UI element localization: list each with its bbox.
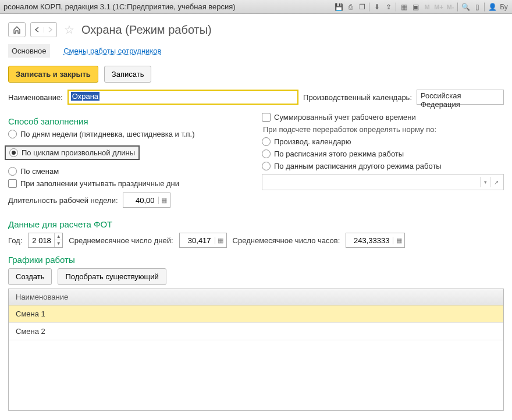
radio-overtime-other[interactable]: По данным расписания другого режима рабо… — [262, 162, 504, 170]
titlebar-text: рсоналом КОРП, редакция 3.1 (1С:Предприя… — [3, 2, 236, 11]
action-buttons: Записать и закрыть Записать — [8, 66, 504, 83]
calendar-picker-icon[interactable]: ▦ — [393, 237, 404, 244]
check-label: При заполнении учитывать праздничные дни — [20, 179, 179, 188]
radio-icon — [8, 130, 17, 138]
check-holidays[interactable]: При заполнении учитывать праздничные дни — [8, 179, 250, 188]
avg-days-field[interactable]: ▦ — [179, 233, 227, 248]
calendar-picker-icon[interactable]: ▦ — [158, 197, 170, 204]
label-avg-hours: Среднемесячное число часов: — [233, 236, 340, 245]
avg-hours-input[interactable] — [346, 235, 393, 246]
label-calendar: Производственный календарь: — [303, 93, 412, 102]
upload-icon[interactable]: ⇪ — [384, 2, 393, 12]
radio-label: По сменам — [20, 167, 59, 176]
home-icon — [13, 26, 21, 34]
nav-back-forward[interactable] — [30, 22, 57, 37]
radio-label: Производ. календарю — [274, 137, 351, 146]
checkbox-icon — [8, 179, 17, 188]
copy-icon[interactable]: ❐ — [357, 2, 367, 12]
week-length-field[interactable]: ▦ — [123, 193, 170, 208]
table-header-name[interactable]: Наименование — [9, 289, 503, 305]
calendar-input[interactable]: Российская Федерация — [417, 90, 504, 105]
radio-icon — [8, 167, 17, 176]
avg-days-input[interactable] — [180, 235, 215, 246]
table-row[interactable]: Смена 2 — [9, 323, 503, 340]
avg-hours-field[interactable]: ▦ — [346, 233, 405, 248]
tabs: Основное Смены работы сотрудников — [8, 44, 504, 58]
year-input[interactable] — [29, 235, 54, 246]
year-field[interactable]: ▲▼ — [28, 233, 63, 248]
arrow-right-icon — [47, 27, 53, 33]
pick-existing-button[interactable]: Подобрать существующий — [58, 268, 166, 285]
save-disk-icon[interactable]: 💾 — [334, 2, 343, 12]
save-button[interactable]: Записать — [104, 66, 152, 83]
home-button[interactable] — [8, 22, 26, 37]
radio-label: По данным расписания другого режима рабо… — [274, 162, 442, 170]
user-label: Бу — [499, 2, 509, 12]
table-row[interactable]: Смена 1 — [9, 305, 503, 323]
spin-up-icon[interactable]: ▲ — [55, 233, 62, 240]
label-avg-days: Среднемесячное число дней: — [69, 236, 173, 245]
name-input-selection: Охрана — [71, 92, 99, 101]
radio-label: По расписания этого режима работы — [274, 150, 404, 158]
checkbox-icon — [262, 113, 271, 122]
radio-icon — [9, 148, 18, 157]
calc-icon[interactable]: ▦ — [399, 2, 408, 12]
table-body: Смена 1 Смена 2 — [9, 305, 503, 410]
schedules-table: Наименование Смена 1 Смена 2 — [8, 289, 504, 411]
favorite-star-icon[interactable]: ☆ — [64, 23, 74, 37]
radio-overtime-cal[interactable]: Производ. календарю — [262, 137, 504, 146]
page-title: Охрана (Режим работы) — [81, 23, 212, 37]
label-week-length: Длительность рабочей недели: — [8, 196, 118, 205]
radio-overtime-this[interactable]: По расписания этого режима работы — [262, 150, 504, 158]
calendar-picker-icon[interactable]: ▦ — [215, 237, 226, 244]
radio-label: По дням недели (пятидневка, шестидневка … — [20, 130, 195, 138]
separator — [369, 2, 370, 12]
left-column: Способ заполнения По дням недели (пятидн… — [8, 111, 250, 213]
radio-icon — [262, 137, 271, 146]
label-overtime: При подсчете переработок определять норм… — [263, 125, 504, 134]
radio-by-shifts[interactable]: По сменам — [8, 167, 250, 176]
right-column: Суммированный учет рабочего времени При … — [262, 111, 504, 213]
radio-icon — [262, 150, 271, 158]
save-close-button[interactable]: Записать и закрыть — [8, 66, 98, 83]
radio-icon — [262, 162, 271, 170]
chevron-down-icon: ▾ — [480, 177, 490, 187]
label-name: Наименование: — [8, 93, 63, 102]
name-row: Наименование: Охрана Производственный ка… — [8, 90, 504, 105]
other-schedule-select[interactable]: ▾ ↗ — [262, 174, 504, 190]
user-icon[interactable]: 👤 — [488, 2, 497, 12]
radio-by-cycles[interactable]: По циклам произвольной длины — [5, 145, 140, 160]
name-input[interactable]: Охрана — [67, 90, 298, 105]
panel-icon[interactable]: ▯ — [472, 2, 482, 12]
tab-shifts[interactable]: Смены работы сотрудников — [60, 44, 165, 58]
separator — [457, 2, 458, 12]
print-icon[interactable]: ⎙ — [346, 2, 355, 12]
year-spinner[interactable]: ▲▼ — [54, 233, 62, 247]
tab-main[interactable]: Основное — [8, 44, 50, 58]
titlebar: рсоналом КОРП, редакция 3.1 (1С:Предприя… — [0, 0, 512, 14]
separator — [484, 2, 485, 12]
expand-icon[interactable]: ↗ — [490, 177, 501, 187]
nav-row: ☆ Охрана (Режим работы) — [8, 22, 504, 37]
separator — [396, 2, 397, 12]
check-summed[interactable]: Суммированный учет рабочего времени — [262, 113, 504, 122]
forward-button[interactable] — [44, 27, 57, 33]
section-fot: Данные для расчета ФОТ — [8, 219, 504, 229]
week-length-input[interactable] — [123, 195, 158, 206]
titlebar-icons: 💾 ⎙ ❐ ⬇ ⇪ ▦ ▣ M M+ M- 🔍 ▯ 👤 Бу — [334, 2, 509, 12]
zoom-icon[interactable]: 🔍 — [461, 2, 470, 12]
create-button[interactable]: Создать — [8, 268, 52, 285]
check-label: Суммированный учет рабочего времени — [274, 113, 416, 122]
download-icon[interactable]: ⬇ — [372, 2, 382, 12]
calendar-icon[interactable]: ▣ — [411, 2, 420, 12]
m-plus-icon[interactable]: M+ — [434, 2, 443, 12]
m-minus-icon[interactable]: M- — [446, 2, 455, 12]
radio-label: По циклам произвольной длины — [22, 148, 135, 157]
spin-down-icon[interactable]: ▼ — [55, 240, 62, 247]
section-schedules: Графики работы — [8, 255, 504, 265]
arrow-left-icon — [34, 27, 40, 33]
m-icon[interactable]: M — [422, 2, 432, 12]
back-button[interactable] — [31, 27, 44, 33]
fot-row: Год: ▲▼ Среднемесячное число дней: ▦ Сре… — [8, 233, 504, 248]
radio-by-weekdays[interactable]: По дням недели (пятидневка, шестидневка … — [8, 130, 250, 138]
